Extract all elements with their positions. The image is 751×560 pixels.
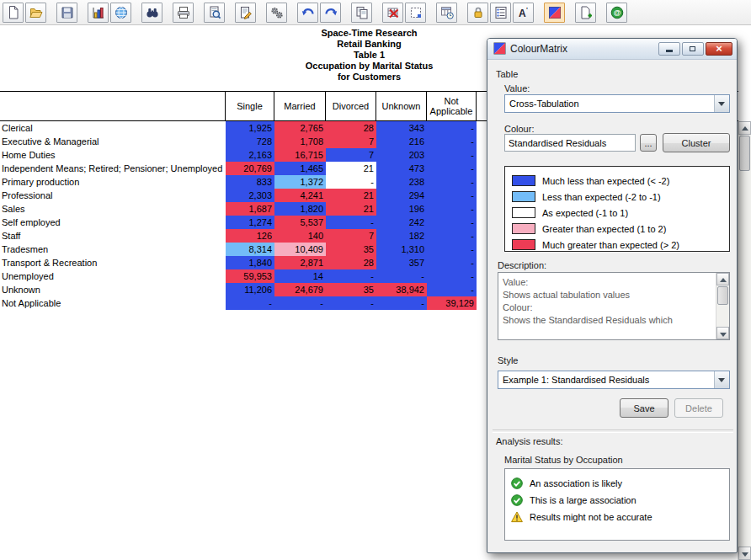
table-cell[interactable]: 1,465	[274, 162, 326, 175]
table-cell[interactable]: -	[427, 269, 477, 283]
table-cell[interactable]: 2,303	[226, 189, 274, 202]
table-cell[interactable]: 833	[226, 175, 274, 189]
row-label[interactable]: Clerical	[0, 121, 226, 135]
table-cell[interactable]: 140	[274, 229, 326, 243]
table-cell[interactable]: 1,708	[274, 135, 326, 148]
table-cell[interactable]: 1,925	[226, 121, 274, 135]
table-cell[interactable]: 357	[376, 256, 427, 269]
scroll-up-button[interactable]	[716, 273, 729, 285]
table-cell[interactable]: -	[427, 229, 477, 243]
table-cell[interactable]: 20,769	[226, 162, 274, 175]
table-cell[interactable]: -	[427, 256, 477, 269]
save-style-button[interactable]: Save	[620, 398, 668, 418]
delete-table-button[interactable]	[382, 3, 403, 23]
copy-button[interactable]	[351, 3, 372, 23]
new-page-button[interactable]	[575, 3, 596, 23]
print-button[interactable]	[173, 3, 194, 23]
table-cell[interactable]: 35	[326, 243, 376, 256]
scrollbar-thumb[interactable]	[717, 286, 728, 305]
column-header[interactable]: Not Applicable	[427, 92, 477, 120]
table-cell[interactable]: 21	[326, 189, 376, 202]
lock-button[interactable]	[467, 3, 488, 23]
table-cell[interactable]: 2,765	[274, 121, 326, 135]
table-cell[interactable]: 28	[326, 121, 376, 135]
undo-button[interactable]	[297, 3, 318, 23]
table-cell[interactable]: 7	[326, 148, 376, 162]
scroll-down-button[interactable]	[716, 327, 729, 339]
table-cell[interactable]: -	[274, 296, 326, 310]
select-region-button[interactable]	[405, 3, 426, 23]
table-cell[interactable]: 7	[326, 135, 376, 148]
delete-style-button[interactable]: Delete	[674, 398, 723, 418]
table-cell[interactable]: 1,840	[226, 256, 274, 269]
table-cell[interactable]: 126	[226, 229, 274, 243]
save-button[interactable]	[56, 3, 77, 23]
redo-button[interactable]	[320, 3, 341, 23]
row-label[interactable]: Self employed	[0, 216, 226, 229]
edit-button[interactable]	[235, 3, 256, 23]
colour-input[interactable]	[504, 134, 636, 152]
colour-matrix-button[interactable]	[544, 3, 565, 23]
column-header[interactable]: Married	[274, 92, 326, 120]
row-label[interactable]: Primary production	[0, 175, 226, 189]
table-cell[interactable]: 238	[376, 175, 427, 189]
column-header[interactable]: Divorced	[326, 92, 376, 120]
table-cell[interactable]: 16,715	[274, 148, 326, 162]
table-cell[interactable]: -	[326, 175, 376, 189]
table-cell[interactable]: -	[326, 269, 376, 283]
row-label[interactable]: Home Duties	[0, 148, 226, 162]
style-combo[interactable]: Example 1: Standardised Residuals	[498, 371, 730, 389]
row-label[interactable]: Unemployed	[0, 269, 226, 283]
table-cell[interactable]: -	[427, 175, 477, 189]
table-cell[interactable]: 203	[376, 148, 427, 162]
table-cell[interactable]: 473	[376, 162, 427, 175]
table-cell[interactable]: -	[427, 148, 477, 162]
table-cell[interactable]: 4,241	[274, 189, 326, 202]
row-label[interactable]: Unknown	[0, 283, 226, 296]
table-cell[interactable]: 10,409	[274, 243, 326, 256]
table-cell[interactable]: -	[427, 121, 477, 135]
table-cell[interactable]: -	[427, 189, 477, 202]
table-cell[interactable]: -	[427, 243, 477, 256]
browse-button[interactable]: ...	[640, 134, 657, 152]
minimize-button[interactable]	[658, 42, 680, 56]
table-cell[interactable]: 242	[376, 216, 427, 229]
table-cell[interactable]: 1,372	[274, 175, 326, 189]
find-button[interactable]	[141, 3, 162, 23]
table-cell[interactable]: 1,310	[376, 243, 427, 256]
row-label[interactable]: Independent Means; Retired; Pensioner; U…	[0, 162, 226, 175]
table-cell[interactable]: 28	[326, 256, 376, 269]
table-cell[interactable]: 1,687	[226, 202, 274, 216]
table-cell[interactable]: 59,953	[226, 269, 274, 283]
table-cell[interactable]: 7	[326, 229, 376, 243]
table-cell[interactable]: 1,820	[274, 202, 326, 216]
description-scrollbar[interactable]	[716, 273, 729, 339]
table-cell[interactable]: 182	[376, 229, 427, 243]
row-label[interactable]: Executive & Managerial	[0, 135, 226, 148]
row-label[interactable]: Sales	[0, 202, 226, 216]
dialog-title-bar[interactable]: ColourMatrix ×	[487, 39, 737, 60]
table-cell[interactable]: 21	[326, 162, 376, 175]
table-cell[interactable]: 8,314	[226, 243, 274, 256]
font-size-button[interactable]: A'	[513, 3, 534, 23]
table-cell[interactable]: -	[326, 216, 376, 229]
table-cell[interactable]: 294	[376, 189, 427, 202]
table-cell[interactable]: 39,129	[427, 296, 477, 310]
table-cell[interactable]: 343	[376, 121, 427, 135]
new-document-button[interactable]	[3, 3, 24, 23]
bar-chart-button[interactable]	[88, 3, 109, 23]
table-cell[interactable]: 24,679	[274, 283, 326, 296]
main-vertical-scrollbar[interactable]	[738, 121, 751, 560]
table-cell[interactable]: 38,942	[376, 283, 427, 296]
scroll-down-button[interactable]	[738, 547, 751, 560]
scrollbar-thumb[interactable]	[739, 136, 750, 171]
print-preview-button[interactable]	[204, 3, 225, 23]
open-button[interactable]	[25, 3, 46, 23]
table-time-button[interactable]	[436, 3, 457, 23]
table-cell[interactable]: 35	[326, 283, 376, 296]
row-label[interactable]: Transport & Recreation	[0, 256, 226, 269]
table-cell[interactable]: -	[427, 216, 477, 229]
options-button[interactable]	[266, 3, 287, 23]
close-button[interactable]: ×	[706, 42, 732, 56]
table-cell[interactable]: 2,163	[226, 148, 274, 162]
